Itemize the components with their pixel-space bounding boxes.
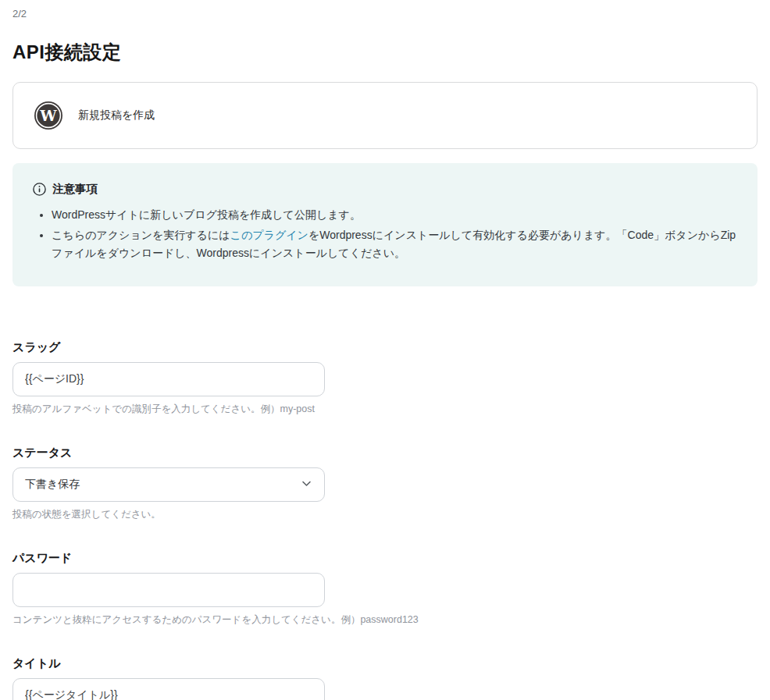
slug-label: スラッグ (12, 340, 758, 355)
step-indicator: 2/2 (12, 8, 758, 20)
status-help-text: 投稿の状態を選択してください。 (12, 508, 758, 521)
settings-form: スラッグ 投稿のアルファベットでの識別子を入力してください。例）my-post … (12, 340, 758, 700)
password-input[interactable] (12, 573, 325, 607)
title-input[interactable] (12, 678, 325, 700)
notice-list: WordPressサイトに新しいブログ投稿を作成して公開します。 こちらのアクシ… (33, 206, 737, 261)
status-select-value: 下書き保存 (25, 478, 80, 492)
slug-help-text: 投稿のアルファベットでの識別子を入力してください。例）my-post (12, 403, 758, 416)
password-help-text: コンテンツと抜粋にアクセスするためのパスワードを入力してください。例）passw… (12, 613, 758, 627)
selected-action-card: W 新規投稿を作成 (12, 82, 758, 149)
field-group-status: ステータス 下書き保存 投稿の状態を選択してください。 (12, 446, 758, 521)
notice-heading: 注意事項 (33, 182, 737, 197)
field-group-password: パスワード コンテンツと抜粋にアクセスするためのパスワードを入力してください。例… (12, 551, 758, 627)
svg-text:W: W (39, 107, 57, 124)
notice-box: 注意事項 WordPressサイトに新しいブログ投稿を作成して公開します。 こち… (12, 163, 758, 286)
notice-item: こちらのアクションを実行するにはこのプラグインをWordpressにインストール… (52, 226, 737, 261)
action-card-label: 新規投稿を作成 (78, 108, 155, 123)
info-icon (33, 183, 46, 196)
page-title: API接続設定 (12, 40, 758, 65)
wordpress-logo-icon: W (34, 101, 63, 130)
plugin-link[interactable]: このプラグイン (230, 229, 308, 241)
notice-heading-text: 注意事項 (52, 182, 98, 197)
field-group-slug: スラッグ 投稿のアルファベットでの識別子を入力してください。例）my-post (12, 340, 758, 416)
slug-input[interactable] (12, 362, 325, 396)
status-label: ステータス (12, 446, 758, 460)
password-label: パスワード (12, 551, 758, 566)
api-connection-settings-page: 2/2 API接続設定 W 新規投稿を作成 注意事項 Word (0, 0, 770, 700)
notice-item: WordPressサイトに新しいブログ投稿を作成して公開します。 (52, 206, 737, 223)
field-group-title: タイトル 投稿のタイトルを入力してください。例）私の新しい投稿 (12, 656, 758, 700)
chevron-down-icon (301, 478, 312, 492)
status-select[interactable]: 下書き保存 (12, 467, 325, 502)
title-label: タイトル (12, 656, 758, 671)
